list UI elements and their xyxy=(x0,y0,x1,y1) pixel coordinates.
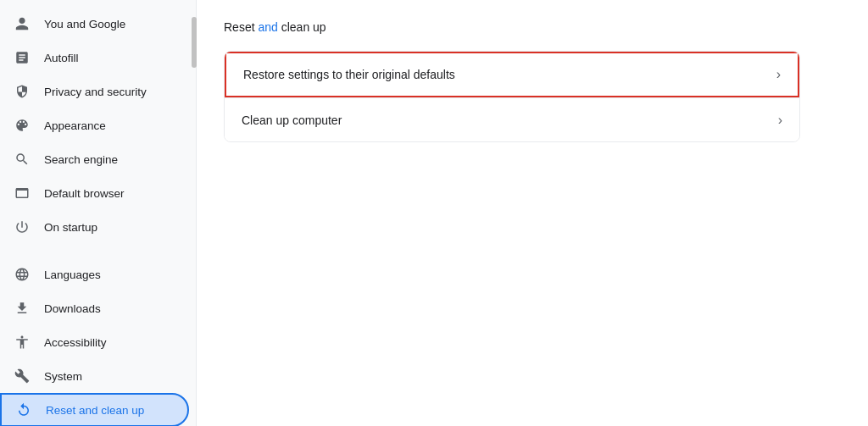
sidebar-scrollbar[interactable] xyxy=(192,0,197,426)
restore-settings-row[interactable]: Restore settings to their original defau… xyxy=(225,52,799,97)
person-icon xyxy=(14,15,31,32)
appearance-icon xyxy=(14,117,31,134)
sidebar-item-accessibility[interactable]: Accessibility xyxy=(0,325,189,359)
browser-icon xyxy=(14,185,31,202)
sidebar-scroll-thumb xyxy=(192,17,197,68)
sidebar: You and Google Autofill Privacy and secu… xyxy=(0,0,197,426)
search-icon xyxy=(14,151,31,168)
sidebar-item-label-system: System xyxy=(44,370,82,383)
globe-icon xyxy=(14,266,31,283)
sidebar-item-label-accessibility: Accessibility xyxy=(44,336,107,349)
accessibility-icon xyxy=(14,334,31,351)
system-icon xyxy=(14,368,31,385)
sidebar-item-label-default-browser: Default browser xyxy=(44,187,125,200)
sidebar-item-default-browser[interactable]: Default browser xyxy=(0,176,189,210)
power-icon xyxy=(14,219,31,235)
sidebar-item-label-privacy: Privacy and security xyxy=(44,86,147,98)
clean-up-computer-label: Clean up computer xyxy=(242,113,342,127)
settings-card: Restore settings to their original defau… xyxy=(224,51,800,142)
clean-up-computer-chevron-icon: › xyxy=(778,113,782,128)
sidebar-item-system[interactable]: System xyxy=(0,359,189,393)
sidebar-item-search-engine[interactable]: Search engine xyxy=(0,142,189,176)
sidebar-item-on-startup[interactable]: On startup xyxy=(0,210,189,244)
restore-settings-chevron-icon: › xyxy=(776,67,781,82)
clean-up-computer-row[interactable]: Clean up computer › xyxy=(225,97,799,141)
sidebar-item-label-languages: Languages xyxy=(44,268,101,281)
restore-settings-label: Restore settings to their original defau… xyxy=(243,68,455,81)
sidebar-item-you-and-google[interactable]: You and Google xyxy=(0,7,189,41)
sidebar-item-privacy-and-security[interactable]: Privacy and security xyxy=(0,75,189,108)
page-title: Reset and clean up xyxy=(224,20,841,34)
sidebar-item-label-you-and-google: You and Google xyxy=(44,18,125,30)
sidebar-item-languages[interactable]: Languages xyxy=(0,257,189,291)
page-title-text: Reset and clean up xyxy=(224,20,326,34)
shield-icon xyxy=(14,83,31,100)
sidebar-item-appearance[interactable]: Appearance xyxy=(0,108,189,142)
sidebar-item-autofill[interactable]: Autofill xyxy=(0,41,189,75)
autofill-icon xyxy=(14,49,31,66)
sidebar-item-label-reset: Reset and clean up xyxy=(46,404,144,417)
reset-icon xyxy=(15,401,32,418)
sidebar-item-downloads[interactable]: Downloads xyxy=(0,291,189,325)
sidebar-item-label-autofill: Autofill xyxy=(44,52,79,64)
sidebar-item-reset-and-clean-up[interactable]: Reset and clean up xyxy=(0,393,189,426)
sidebar-item-label-downloads: Downloads xyxy=(44,302,101,315)
sidebar-item-label-appearance: Appearance xyxy=(44,119,106,132)
download-icon xyxy=(14,300,31,317)
sidebar-item-label-on-startup: On startup xyxy=(44,221,97,234)
sidebar-item-label-search-engine: Search engine xyxy=(44,153,118,166)
main-content: Reset and clean up Restore settings to t… xyxy=(197,0,868,426)
